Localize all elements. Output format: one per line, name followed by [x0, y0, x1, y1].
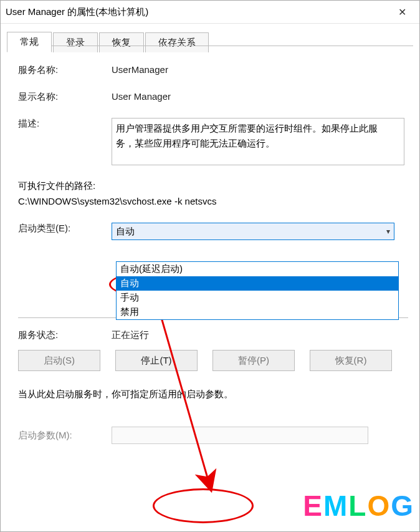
annotation-ellipse-ok	[153, 488, 254, 523]
value-service-status: 正在运行	[112, 329, 408, 341]
label-service-status: 服务状态:	[18, 329, 112, 341]
description-text: 用户管理器提供多用户交互所需要的运行时组件。如果停止此服务，某些应用程序可能无法…	[116, 123, 378, 148]
tab-general[interactable]: 常规	[7, 32, 52, 52]
titlebar: User Manager 的属性(本地计算机) ✕	[1, 1, 419, 24]
pause-button[interactable]: 暂停(P)	[212, 350, 295, 371]
close-icon[interactable]: ✕	[389, 6, 414, 18]
value-exe-path: C:\WINDOWS\system32\svchost.exe -k netsv…	[18, 196, 408, 206]
label-display-name: 显示名称:	[18, 91, 112, 103]
value-display-name: User Manager	[112, 91, 408, 102]
label-startup-type: 启动类型(E):	[18, 223, 112, 235]
help-text: 当从此处启动服务时，你可指定所适用的启动参数。	[18, 389, 408, 400]
startup-option-manual[interactable]: 手动	[117, 291, 398, 305]
label-description: 描述:	[18, 118, 112, 130]
tab-underline	[7, 46, 413, 46]
properties-dialog: User Manager 的属性(本地计算机) ✕ 常规 登录 恢复 依存关系 …	[0, 0, 420, 532]
window-title: User Manager 的属性(本地计算机)	[6, 6, 389, 18]
resume-button[interactable]: 恢复(R)	[310, 350, 392, 371]
startup-type-selected: 自动	[116, 226, 135, 238]
watermark-logo: EMLOG	[299, 489, 418, 523]
startup-type-dropdown: 自动(延迟启动) 自动 手动 禁用	[116, 261, 399, 320]
stop-button[interactable]: 停止(T)	[115, 350, 198, 371]
chevron-down-icon: ▾	[386, 227, 390, 236]
startup-type-select[interactable]: 自动 ▾	[112, 223, 394, 240]
label-startup-params: 启动参数(M):	[18, 430, 112, 442]
start-button[interactable]: 启动(S)	[18, 350, 100, 371]
service-control-buttons: 启动(S) 停止(T) 暂停(P) 恢复(R)	[18, 350, 408, 371]
value-service-name: UserManager	[112, 64, 408, 75]
startup-params-input[interactable]	[112, 427, 368, 444]
tab-panel-general: 服务名称: UserManager 显示名称: User Manager 描述:…	[1, 52, 419, 465]
tab-dependencies[interactable]: 依存关系	[145, 32, 209, 52]
tab-recovery[interactable]: 恢复	[99, 32, 144, 52]
label-exe-path: 可执行文件的路径:	[18, 180, 408, 192]
startup-option-disabled[interactable]: 禁用	[117, 305, 398, 319]
startup-option-auto[interactable]: 自动	[117, 276, 398, 291]
tab-logon[interactable]: 登录	[53, 32, 98, 52]
tab-strip: 常规 登录 恢复 依存关系	[7, 31, 413, 52]
description-textbox[interactable]: 用户管理器提供多用户交互所需要的运行时组件。如果停止此服务，某些应用程序可能无法…	[112, 118, 404, 165]
label-service-name: 服务名称:	[18, 64, 112, 76]
startup-option-delayed[interactable]: 自动(延迟启动)	[117, 262, 398, 276]
